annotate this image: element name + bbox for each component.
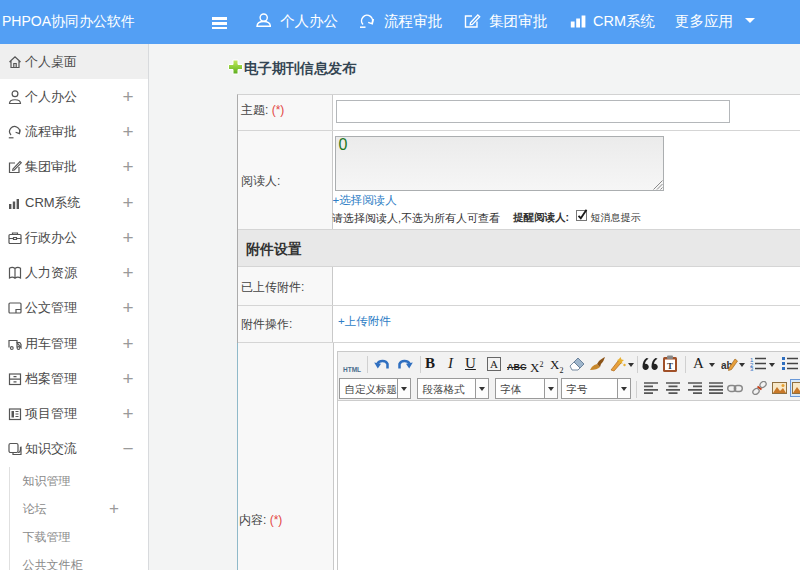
svg-text:3: 3 [750,366,754,371]
svg-text:T: T [667,361,673,371]
